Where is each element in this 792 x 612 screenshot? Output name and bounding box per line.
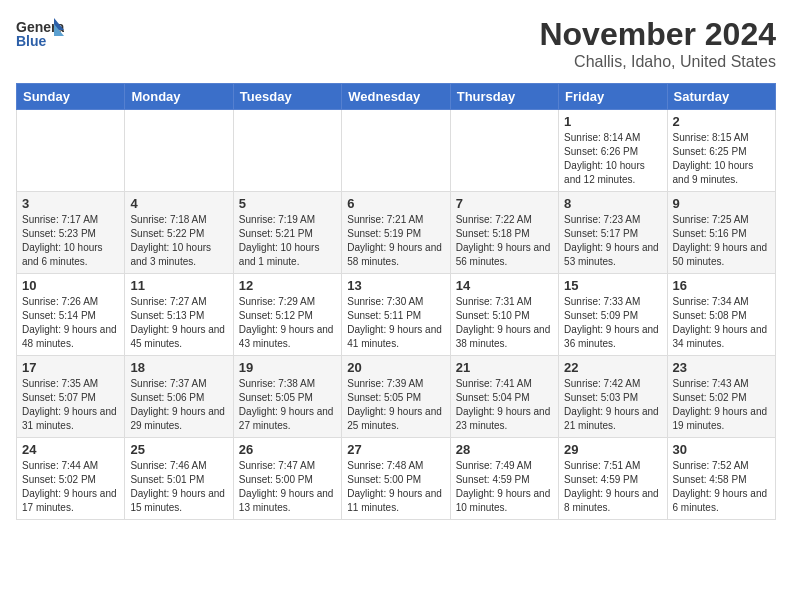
day-number: 4 bbox=[130, 196, 227, 211]
weekday-header-monday: Monday bbox=[125, 84, 233, 110]
calendar: SundayMondayTuesdayWednesdayThursdayFrid… bbox=[16, 83, 776, 520]
calendar-cell-2-7: 9Sunrise: 7:25 AM Sunset: 5:16 PM Daylig… bbox=[667, 192, 775, 274]
day-number: 18 bbox=[130, 360, 227, 375]
calendar-cell-1-1 bbox=[17, 110, 125, 192]
day-info: Sunrise: 7:22 AM Sunset: 5:18 PM Dayligh… bbox=[456, 213, 553, 269]
header: General Blue November 2024 Challis, Idah… bbox=[16, 16, 776, 71]
day-info: Sunrise: 7:33 AM Sunset: 5:09 PM Dayligh… bbox=[564, 295, 661, 351]
day-info: Sunrise: 7:27 AM Sunset: 5:13 PM Dayligh… bbox=[130, 295, 227, 351]
page: General Blue November 2024 Challis, Idah… bbox=[0, 0, 792, 536]
day-info: Sunrise: 7:35 AM Sunset: 5:07 PM Dayligh… bbox=[22, 377, 119, 433]
calendar-cell-2-5: 7Sunrise: 7:22 AM Sunset: 5:18 PM Daylig… bbox=[450, 192, 558, 274]
weekday-header-sunday: Sunday bbox=[17, 84, 125, 110]
logo-icon: General Blue bbox=[16, 16, 56, 46]
day-info: Sunrise: 7:44 AM Sunset: 5:02 PM Dayligh… bbox=[22, 459, 119, 515]
day-info: Sunrise: 7:31 AM Sunset: 5:10 PM Dayligh… bbox=[456, 295, 553, 351]
day-number: 14 bbox=[456, 278, 553, 293]
day-number: 16 bbox=[673, 278, 770, 293]
day-info: Sunrise: 7:37 AM Sunset: 5:06 PM Dayligh… bbox=[130, 377, 227, 433]
day-info: Sunrise: 7:21 AM Sunset: 5:19 PM Dayligh… bbox=[347, 213, 444, 269]
day-number: 21 bbox=[456, 360, 553, 375]
day-number: 12 bbox=[239, 278, 336, 293]
day-info: Sunrise: 7:47 AM Sunset: 5:00 PM Dayligh… bbox=[239, 459, 336, 515]
day-info: Sunrise: 7:42 AM Sunset: 5:03 PM Dayligh… bbox=[564, 377, 661, 433]
day-info: Sunrise: 7:34 AM Sunset: 5:08 PM Dayligh… bbox=[673, 295, 770, 351]
calendar-cell-2-2: 4Sunrise: 7:18 AM Sunset: 5:22 PM Daylig… bbox=[125, 192, 233, 274]
calendar-cell-5-1: 24Sunrise: 7:44 AM Sunset: 5:02 PM Dayli… bbox=[17, 438, 125, 520]
week-row-1: 1Sunrise: 8:14 AM Sunset: 6:26 PM Daylig… bbox=[17, 110, 776, 192]
day-number: 10 bbox=[22, 278, 119, 293]
day-info: Sunrise: 7:38 AM Sunset: 5:05 PM Dayligh… bbox=[239, 377, 336, 433]
weekday-header-wednesday: Wednesday bbox=[342, 84, 450, 110]
day-number: 26 bbox=[239, 442, 336, 457]
week-row-3: 10Sunrise: 7:26 AM Sunset: 5:14 PM Dayli… bbox=[17, 274, 776, 356]
calendar-cell-4-1: 17Sunrise: 7:35 AM Sunset: 5:07 PM Dayli… bbox=[17, 356, 125, 438]
svg-text:Blue: Blue bbox=[16, 33, 47, 49]
day-number: 8 bbox=[564, 196, 661, 211]
week-row-4: 17Sunrise: 7:35 AM Sunset: 5:07 PM Dayli… bbox=[17, 356, 776, 438]
day-number: 20 bbox=[347, 360, 444, 375]
day-number: 13 bbox=[347, 278, 444, 293]
weekday-header-thursday: Thursday bbox=[450, 84, 558, 110]
calendar-cell-3-1: 10Sunrise: 7:26 AM Sunset: 5:14 PM Dayli… bbox=[17, 274, 125, 356]
day-info: Sunrise: 7:52 AM Sunset: 4:58 PM Dayligh… bbox=[673, 459, 770, 515]
calendar-cell-3-2: 11Sunrise: 7:27 AM Sunset: 5:13 PM Dayli… bbox=[125, 274, 233, 356]
day-info: Sunrise: 7:39 AM Sunset: 5:05 PM Dayligh… bbox=[347, 377, 444, 433]
day-number: 25 bbox=[130, 442, 227, 457]
day-number: 22 bbox=[564, 360, 661, 375]
day-info: Sunrise: 7:41 AM Sunset: 5:04 PM Dayligh… bbox=[456, 377, 553, 433]
title-block: November 2024 Challis, Idaho, United Sta… bbox=[539, 16, 776, 71]
calendar-cell-1-7: 2Sunrise: 8:15 AM Sunset: 6:25 PM Daylig… bbox=[667, 110, 775, 192]
calendar-cell-5-6: 29Sunrise: 7:51 AM Sunset: 4:59 PM Dayli… bbox=[559, 438, 667, 520]
week-row-5: 24Sunrise: 7:44 AM Sunset: 5:02 PM Dayli… bbox=[17, 438, 776, 520]
calendar-cell-2-1: 3Sunrise: 7:17 AM Sunset: 5:23 PM Daylig… bbox=[17, 192, 125, 274]
day-info: Sunrise: 7:23 AM Sunset: 5:17 PM Dayligh… bbox=[564, 213, 661, 269]
calendar-cell-5-3: 26Sunrise: 7:47 AM Sunset: 5:00 PM Dayli… bbox=[233, 438, 341, 520]
calendar-cell-3-5: 14Sunrise: 7:31 AM Sunset: 5:10 PM Dayli… bbox=[450, 274, 558, 356]
calendar-cell-5-2: 25Sunrise: 7:46 AM Sunset: 5:01 PM Dayli… bbox=[125, 438, 233, 520]
calendar-cell-4-3: 19Sunrise: 7:38 AM Sunset: 5:05 PM Dayli… bbox=[233, 356, 341, 438]
weekday-header-row: SundayMondayTuesdayWednesdayThursdayFrid… bbox=[17, 84, 776, 110]
page-title: November 2024 bbox=[539, 16, 776, 53]
day-number: 5 bbox=[239, 196, 336, 211]
day-number: 15 bbox=[564, 278, 661, 293]
calendar-cell-5-4: 27Sunrise: 7:48 AM Sunset: 5:00 PM Dayli… bbox=[342, 438, 450, 520]
calendar-cell-4-7: 23Sunrise: 7:43 AM Sunset: 5:02 PM Dayli… bbox=[667, 356, 775, 438]
calendar-cell-4-5: 21Sunrise: 7:41 AM Sunset: 5:04 PM Dayli… bbox=[450, 356, 558, 438]
day-number: 19 bbox=[239, 360, 336, 375]
day-info: Sunrise: 7:30 AM Sunset: 5:11 PM Dayligh… bbox=[347, 295, 444, 351]
day-number: 24 bbox=[22, 442, 119, 457]
day-info: Sunrise: 7:29 AM Sunset: 5:12 PM Dayligh… bbox=[239, 295, 336, 351]
day-number: 1 bbox=[564, 114, 661, 129]
calendar-cell-3-6: 15Sunrise: 7:33 AM Sunset: 5:09 PM Dayli… bbox=[559, 274, 667, 356]
logo: General Blue bbox=[16, 16, 60, 46]
calendar-cell-5-5: 28Sunrise: 7:49 AM Sunset: 4:59 PM Dayli… bbox=[450, 438, 558, 520]
calendar-cell-1-6: 1Sunrise: 8:14 AM Sunset: 6:26 PM Daylig… bbox=[559, 110, 667, 192]
weekday-header-friday: Friday bbox=[559, 84, 667, 110]
day-number: 27 bbox=[347, 442, 444, 457]
day-number: 7 bbox=[456, 196, 553, 211]
day-number: 17 bbox=[22, 360, 119, 375]
day-info: Sunrise: 7:18 AM Sunset: 5:22 PM Dayligh… bbox=[130, 213, 227, 269]
calendar-cell-2-4: 6Sunrise: 7:21 AM Sunset: 5:19 PM Daylig… bbox=[342, 192, 450, 274]
day-info: Sunrise: 7:51 AM Sunset: 4:59 PM Dayligh… bbox=[564, 459, 661, 515]
calendar-cell-4-4: 20Sunrise: 7:39 AM Sunset: 5:05 PM Dayli… bbox=[342, 356, 450, 438]
day-info: Sunrise: 7:49 AM Sunset: 4:59 PM Dayligh… bbox=[456, 459, 553, 515]
day-info: Sunrise: 7:17 AM Sunset: 5:23 PM Dayligh… bbox=[22, 213, 119, 269]
day-number: 30 bbox=[673, 442, 770, 457]
day-info: Sunrise: 8:15 AM Sunset: 6:25 PM Dayligh… bbox=[673, 131, 770, 187]
day-info: Sunrise: 7:26 AM Sunset: 5:14 PM Dayligh… bbox=[22, 295, 119, 351]
day-info: Sunrise: 7:48 AM Sunset: 5:00 PM Dayligh… bbox=[347, 459, 444, 515]
calendar-cell-3-7: 16Sunrise: 7:34 AM Sunset: 5:08 PM Dayli… bbox=[667, 274, 775, 356]
calendar-cell-2-3: 5Sunrise: 7:19 AM Sunset: 5:21 PM Daylig… bbox=[233, 192, 341, 274]
calendar-cell-3-3: 12Sunrise: 7:29 AM Sunset: 5:12 PM Dayli… bbox=[233, 274, 341, 356]
day-number: 11 bbox=[130, 278, 227, 293]
day-number: 3 bbox=[22, 196, 119, 211]
day-info: Sunrise: 8:14 AM Sunset: 6:26 PM Dayligh… bbox=[564, 131, 661, 187]
calendar-cell-1-5 bbox=[450, 110, 558, 192]
calendar-cell-1-3 bbox=[233, 110, 341, 192]
calendar-cell-1-4 bbox=[342, 110, 450, 192]
calendar-cell-1-2 bbox=[125, 110, 233, 192]
calendar-cell-5-7: 30Sunrise: 7:52 AM Sunset: 4:58 PM Dayli… bbox=[667, 438, 775, 520]
page-subtitle: Challis, Idaho, United States bbox=[539, 53, 776, 71]
